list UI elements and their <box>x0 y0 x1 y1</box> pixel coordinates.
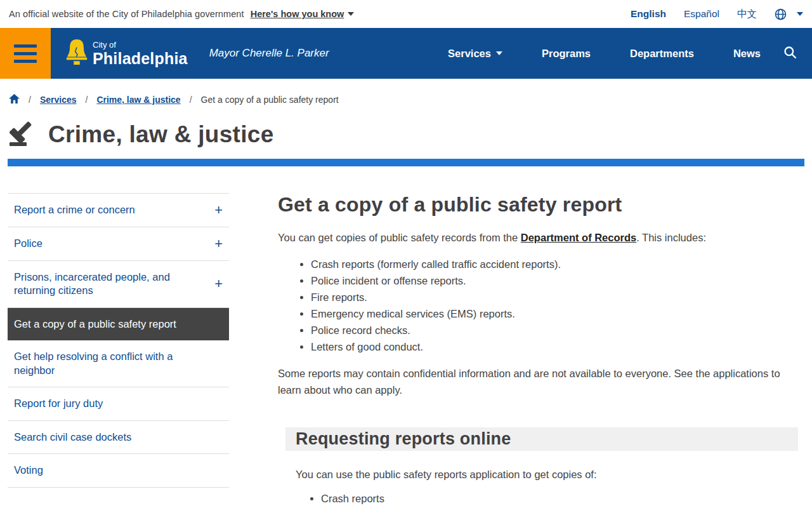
sidebar-item-label: Voting <box>14 464 43 477</box>
list-item: Crash reports <box>321 490 788 507</box>
language-espanol[interactable]: Español <box>684 8 719 20</box>
language-switcher: English Español 中文 <box>631 8 803 21</box>
sidebar-item-label: Report for jury duty <box>14 397 103 410</box>
nav-item-departments[interactable]: Departments <box>630 48 694 60</box>
breadcrumb-current: Get a copy of a public safety report <box>201 95 339 105</box>
sidebar-item-label: Police <box>14 237 43 250</box>
breadcrumb: / Services / Crime, law & justice / Get … <box>0 79 812 110</box>
gavel-icon <box>9 121 37 149</box>
list-item: Fire reports. <box>311 289 798 305</box>
sidebar-item-label: Report a crime or concern <box>14 203 135 217</box>
menu-bar <box>14 44 37 48</box>
chevron-down-icon[interactable] <box>797 12 803 16</box>
logo-text: City of Philadelphia <box>93 41 188 68</box>
section-intro: You can use the public safety reports ap… <box>296 466 788 483</box>
breadcrumb-home-link[interactable] <box>9 94 20 105</box>
intro-text-before: You can get copies of public safety reco… <box>278 232 521 243</box>
breadcrumb-separator: / <box>29 95 31 105</box>
nav-item-label: News <box>733 48 761 60</box>
intro-text-after: . This includes: <box>636 232 706 243</box>
sidebar-item-police[interactable]: Police + <box>8 227 229 261</box>
city-logo[interactable]: City of Philadelphia <box>65 39 188 68</box>
plus-icon[interactable]: + <box>214 203 223 217</box>
main-content: Get a copy of a public safety report You… <box>278 193 798 507</box>
page-title-row: Crime, law & justice <box>0 110 812 149</box>
section-body: You can use the public safety reports ap… <box>285 466 798 507</box>
globe-icon[interactable] <box>775 8 787 20</box>
official-banner-text: An official website of the City of Phila… <box>9 9 244 19</box>
list-item: Letters of good conduct. <box>311 338 798 355</box>
requesting-online-section: Requesting reports online You can use th… <box>285 427 798 507</box>
nav-item-label: Services <box>448 48 491 60</box>
sidebar-item-resolve-conflict[interactable]: Get help resolving a conflict with a nei… <box>8 340 229 387</box>
list-item: Police record checks. <box>311 322 798 338</box>
sidebar-item-civil-case-dockets[interactable]: Search civil case dockets <box>8 421 229 454</box>
chevron-down-icon <box>348 12 354 16</box>
sidebar-item-label: Get help resolving a conflict with a nei… <box>14 350 192 377</box>
search-icon <box>783 46 797 61</box>
liberty-bell-icon <box>65 39 89 68</box>
confidential-note: Some reports may contain confidential in… <box>278 365 798 398</box>
home-icon <box>9 94 20 105</box>
official-banner: An official website of the City of Phila… <box>0 0 812 28</box>
nav-links: Services Programs Departments News <box>448 48 761 60</box>
sidebar-item-label: Prisons, incarcerated people, and return… <box>14 271 192 298</box>
menu-bar <box>14 60 37 63</box>
sidebar: Report a crime or concern + Police + Pri… <box>8 193 229 488</box>
menu-button[interactable] <box>0 28 51 79</box>
nav-item-label: Programs <box>542 48 591 60</box>
logo-city-of: City of <box>93 41 188 49</box>
report-types-list: Crash reports (formerly called traffic a… <box>311 256 798 355</box>
nav-item-news[interactable]: News <box>733 48 761 60</box>
breadcrumb-separator: / <box>190 95 192 105</box>
chevron-down-icon <box>496 51 502 55</box>
online-copies-list: Crash reports <box>321 490 788 507</box>
section-title: Requesting reports online <box>296 429 788 449</box>
list-item: Crash reports (formerly called traffic a… <box>311 256 798 272</box>
intro-paragraph: You can get copies of public safety reco… <box>278 229 798 246</box>
section-header: Requesting reports online <box>285 427 798 451</box>
list-item: Emergency medical services (EMS) reports… <box>311 305 798 322</box>
nav-item-services[interactable]: Services <box>448 48 502 60</box>
how-you-know-link[interactable]: Here's how you know <box>251 9 355 19</box>
sidebar-item-report-a-crime[interactable]: Report a crime or concern + <box>8 194 229 227</box>
language-english[interactable]: English <box>631 8 666 20</box>
how-you-know-label: Here's how you know <box>251 9 344 19</box>
list-item: Police incident or offense reports. <box>311 272 798 289</box>
sidebar-item-prisons[interactable]: Prisons, incarcerated people, and return… <box>8 261 229 308</box>
sidebar-item-label: Search civil case dockets <box>14 431 131 444</box>
mayor-name: Mayor Cherelle L. Parker <box>209 47 329 60</box>
main-navigation: City of Philadelphia Mayor Cherelle L. P… <box>0 28 812 79</box>
language-chinese[interactable]: 中文 <box>737 8 757 21</box>
nav-item-programs[interactable]: Programs <box>542 48 591 60</box>
content-heading: Get a copy of a public safety report <box>278 193 798 217</box>
sidebar-item-label: Get a copy of a public safety report <box>14 318 176 331</box>
page-title: Crime, law & justice <box>48 121 274 148</box>
search-button[interactable] <box>780 45 801 62</box>
plus-icon[interactable]: + <box>214 237 223 251</box>
content-area: Report a crime or concern + Police + Pri… <box>0 166 812 507</box>
sidebar-item-jury-duty[interactable]: Report for jury duty <box>8 387 229 420</box>
logo-philadelphia: Philadelphia <box>93 51 188 67</box>
plus-icon[interactable]: + <box>214 277 223 291</box>
sidebar-item-voting[interactable]: Voting <box>8 454 229 487</box>
accent-bar <box>8 159 804 166</box>
department-of-records-link[interactable]: Department of Records <box>521 232 636 243</box>
menu-bar <box>14 52 37 55</box>
breadcrumb-link-services[interactable]: Services <box>40 95 77 105</box>
breadcrumb-separator: / <box>86 95 88 105</box>
breadcrumb-link-crime-law-justice[interactable]: Crime, law & justice <box>96 95 180 105</box>
sidebar-item-public-safety-report[interactable]: Get a copy of a public safety report <box>8 308 229 340</box>
nav-item-label: Departments <box>630 48 694 60</box>
